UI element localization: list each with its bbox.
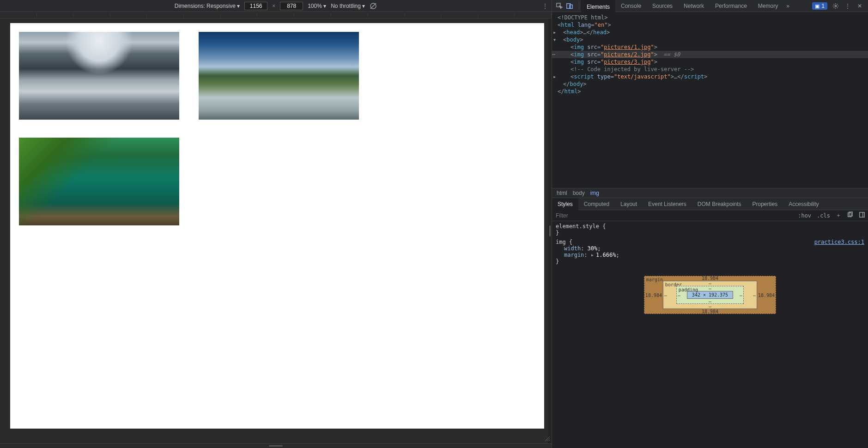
resize-handle-icon[interactable] <box>544 436 550 442</box>
new-style-rule-icon[interactable]: ＋ <box>833 212 844 219</box>
tab-performance[interactable]: Performance <box>710 0 753 12</box>
styles-rules[interactable]: element.style { } img {practice3.css:1 w… <box>552 221 868 266</box>
tabs-overflow-icon[interactable]: » <box>783 3 792 9</box>
close-devtools-icon[interactable]: ✕ <box>856 2 863 10</box>
breadcrumb: html body img <box>552 188 868 198</box>
drawer-toggle[interactable] <box>0 443 552 448</box>
bc-body[interactable]: body <box>573 190 585 196</box>
page-image-3 <box>19 138 179 225</box>
bc-html[interactable]: html <box>557 190 567 196</box>
subtab-computed[interactable]: Computed <box>578 198 615 210</box>
svg-rect-8 <box>860 212 865 218</box>
element-style-rule[interactable]: element.style { <box>556 223 864 230</box>
device-toolbar: Dimensions: Responsive ▾ × 100% ▾ No thr… <box>0 0 552 12</box>
expand-script-icon[interactable]: ▸ <box>553 73 558 80</box>
issue-icon: ▣ <box>815 2 819 10</box>
eq-dollar-zero: == $0 <box>660 51 680 58</box>
inspect-element-icon[interactable] <box>556 2 563 10</box>
tree-img-2-selected[interactable]: ⋯<img src="pictures/2.jpg"> == $0 <box>552 51 868 58</box>
rendered-page <box>10 23 544 429</box>
styles-filter-input[interactable] <box>552 212 795 219</box>
tree-comment: <!-- Code injected by live-server --> <box>571 66 694 73</box>
devtools-tabbar: Elements Console Sources Network Perform… <box>552 0 868 12</box>
tree-img-3[interactable]: <img src="pictures/3.jpg"> <box>552 58 868 66</box>
img-rule[interactable]: img {practice3.css:1 <box>556 239 864 245</box>
tab-sources[interactable]: Sources <box>647 0 678 12</box>
line-actions-icon[interactable]: ⋯ <box>552 51 555 58</box>
subtab-event-listeners[interactable]: Event Listeners <box>643 198 692 210</box>
viewport-width-input[interactable] <box>244 2 267 10</box>
cls-toggle[interactable]: .cls <box>814 212 833 219</box>
subtab-layout[interactable]: Layout <box>615 198 643 210</box>
elements-tree[interactable]: <!DOCTYPE html> <html lang="en"> ▸<head>… <box>552 12 868 188</box>
box-model: margin 18.984 18.984 18.984 18.984 borde… <box>552 266 868 448</box>
subtab-dom-breakpoints[interactable]: DOM Breakpoints <box>692 198 747 210</box>
tab-console[interactable]: Console <box>615 0 647 12</box>
box-model-padding[interactable]: padding – – – – 342 × 192.375 <box>676 286 744 304</box>
toggle-device-toolbar-icon[interactable] <box>566 2 573 10</box>
issues-badge[interactable]: ▣1 <box>812 2 827 10</box>
page-image-1 <box>19 32 179 120</box>
box-model-border[interactable]: border – – – – padding – – – – 342 × 192… <box>663 281 757 309</box>
box-model-margin[interactable]: margin 18.984 18.984 18.984 18.984 borde… <box>644 276 776 314</box>
zoom-dropdown[interactable]: 100% ▾ <box>308 3 326 9</box>
expand-head-icon[interactable]: ▸ <box>553 29 558 36</box>
styles-subtabs: Styles Computed Layout Event Listeners D… <box>552 198 868 210</box>
prop-margin[interactable]: margin: ▸1.666%; <box>556 252 864 258</box>
collapse-body-icon[interactable]: ▾ <box>553 36 558 43</box>
subtab-styles[interactable]: Styles <box>552 198 578 210</box>
tab-network[interactable]: Network <box>678 0 710 12</box>
expand-shorthand-icon[interactable]: ▸ <box>591 252 594 258</box>
dimensions-dropdown[interactable]: Dimensions: Responsive ▾ <box>175 3 240 9</box>
throttling-dropdown[interactable]: No throttling ▾ <box>331 3 365 9</box>
issues-count: 1 <box>821 2 825 10</box>
computed-sidebar-icon[interactable] <box>856 212 868 219</box>
copy-styles-icon[interactable] <box>844 212 856 219</box>
tree-img-1[interactable]: <img src="pictures/1.jpg"> <box>552 43 868 51</box>
dimension-x: × <box>272 3 275 9</box>
styles-filter-row: :hov .cls ＋ <box>552 210 868 221</box>
ruler <box>0 12 552 18</box>
rule-source-link[interactable]: practice3.css:1 <box>814 239 864 245</box>
hov-toggle[interactable]: :hov <box>795 212 814 219</box>
devtools-menu-icon[interactable]: ⋮ <box>844 2 851 10</box>
settings-gear-icon[interactable] <box>832 2 839 10</box>
tab-elements[interactable]: Elements <box>581 0 615 12</box>
device-toolbar-menu-icon[interactable]: ⋮ <box>542 3 548 9</box>
prop-width[interactable]: width: 30%; <box>556 245 864 252</box>
svg-point-5 <box>835 5 837 7</box>
doctype: <!DOCTYPE html> <box>558 14 607 21</box>
subtab-properties[interactable]: Properties <box>747 198 783 210</box>
rotate-icon[interactable] <box>370 2 377 10</box>
panel-splitter[interactable] <box>548 18 552 443</box>
tab-memory[interactable]: Memory <box>753 0 783 12</box>
bc-img[interactable]: img <box>590 190 599 196</box>
page-image-2 <box>199 32 359 120</box>
viewport-height-input[interactable] <box>280 2 303 10</box>
subtab-accessibility[interactable]: Accessibility <box>783 198 824 210</box>
svg-rect-4 <box>570 5 572 8</box>
